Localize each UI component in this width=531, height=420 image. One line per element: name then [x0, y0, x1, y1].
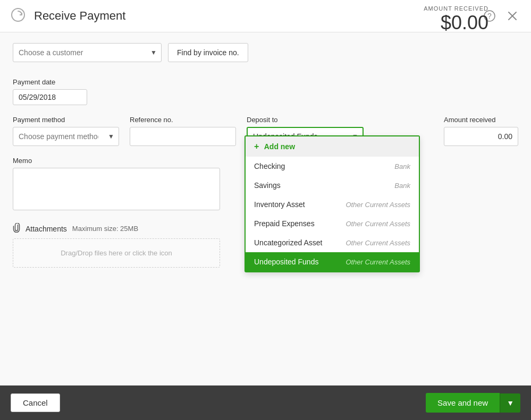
amount-received-field-label: Amount received [444, 116, 518, 124]
payment-date-label: Payment date [13, 78, 518, 86]
modal-header: Receive Payment AMOUNT RECEIVED $0.00 ? [0, 0, 531, 32]
deposit-dropdown-overlay: + Add new Checking Bank Savings Bank Inv… [245, 135, 420, 272]
amount-received-group: Amount received [444, 116, 518, 146]
amount-received-header: AMOUNT RECEIVED $0.00 [424, 5, 488, 34]
form-content: ▼ Find by invoice no. Payment date Payme… [0, 32, 531, 385]
plus-icon: + [254, 142, 259, 151]
payment-method-group: Payment method ▼ [13, 116, 119, 146]
amount-received-label: AMOUNT RECEIVED [424, 5, 488, 12]
dropdown-item-label: Inventory Asset [254, 200, 305, 209]
customer-select-wrapper[interactable]: ▼ [13, 43, 162, 62]
svg-point-0 [12, 8, 24, 21]
modal-footer: Cancel Save and new ▼ [0, 385, 531, 420]
receive-payment-modal: Receive Payment AMOUNT RECEIVED $0.00 ? [0, 0, 531, 420]
dropdown-item-label: Prepaid Expenses [254, 219, 315, 228]
reference-input[interactable] [130, 127, 236, 146]
dropdown-item-savings[interactable]: Savings Bank [246, 176, 419, 195]
reference-label: Reference no. [130, 116, 236, 124]
save-and-new-button[interactable]: Save and new [426, 393, 500, 413]
reference-group: Reference no. [130, 116, 236, 146]
payment-method-arrow[interactable]: ▼ [104, 133, 119, 140]
dropdown-item-checking[interactable]: Checking Bank [246, 157, 419, 176]
dropdown-item-type: Bank [394, 182, 410, 190]
dropdown-item-undeposited-funds[interactable]: Undeposited Funds Other Current Assets [246, 252, 419, 271]
memo-textarea[interactable] [13, 168, 220, 210]
refresh-icon [11, 7, 28, 24]
dropdown-item-add-new[interactable]: + Add new [246, 136, 419, 157]
attachments-max-size: Maximum size: 25MB [72, 225, 138, 233]
attachments-label: Attachments [26, 225, 67, 233]
amount-received-value: $0.00 [424, 12, 488, 34]
dropdown-item-type: Other Current Assets [345, 201, 410, 209]
attachments-drop-zone[interactable]: Drag/Drop files here or click the icon [13, 238, 220, 268]
dropdown-item-type: Other Current Assets [345, 239, 410, 247]
save-and-new-dropdown-arrow[interactable]: ▼ [500, 393, 520, 413]
attachment-icon [13, 223, 22, 234]
dropdown-item-label: Uncategorized Asset [254, 238, 322, 247]
page-title: Receive Payment [34, 9, 481, 23]
dropdown-item-type: Other Current Assets [345, 220, 410, 228]
dropdown-item-type: Bank [394, 162, 410, 170]
deposit-to-label: Deposit to [247, 116, 364, 124]
dropdown-item-label: Savings [254, 181, 281, 190]
dropdown-item-label: Undeposited Funds [254, 258, 318, 266]
dropdown-item-inventory-asset[interactable]: Inventory Asset Other Current Assets [246, 195, 419, 214]
payment-date-section: Payment date [13, 78, 518, 105]
payment-method-label: Payment method [13, 116, 119, 124]
save-new-wrapper: Save and new ▼ [426, 393, 520, 413]
payment-date-input[interactable] [13, 89, 87, 105]
amount-received-input[interactable] [444, 127, 518, 146]
dropdown-item-prepaid-expenses[interactable]: Prepaid Expenses Other Current Assets [246, 214, 419, 233]
close-button[interactable] [504, 8, 520, 24]
attachments-drop-text: Drag/Drop files here or click the icon [61, 249, 172, 257]
find-invoice-button[interactable]: Find by invoice no. [168, 43, 248, 62]
dropdown-item-type: Other Current Assets [345, 258, 410, 266]
customer-dropdown-arrow[interactable]: ▼ [146, 49, 161, 56]
cancel-button[interactable]: Cancel [11, 393, 60, 412]
customer-row: ▼ Find by invoice no. [13, 43, 518, 62]
dropdown-item-label: Checking [254, 162, 285, 170]
payment-method-input[interactable] [13, 129, 104, 144]
dropdown-item-uncategorized-asset[interactable]: Uncategorized Asset Other Current Assets [246, 233, 419, 252]
customer-select-input[interactable] [13, 45, 146, 60]
payment-method-wrapper[interactable]: ▼ [13, 127, 119, 146]
add-new-label: Add new [264, 142, 295, 151]
